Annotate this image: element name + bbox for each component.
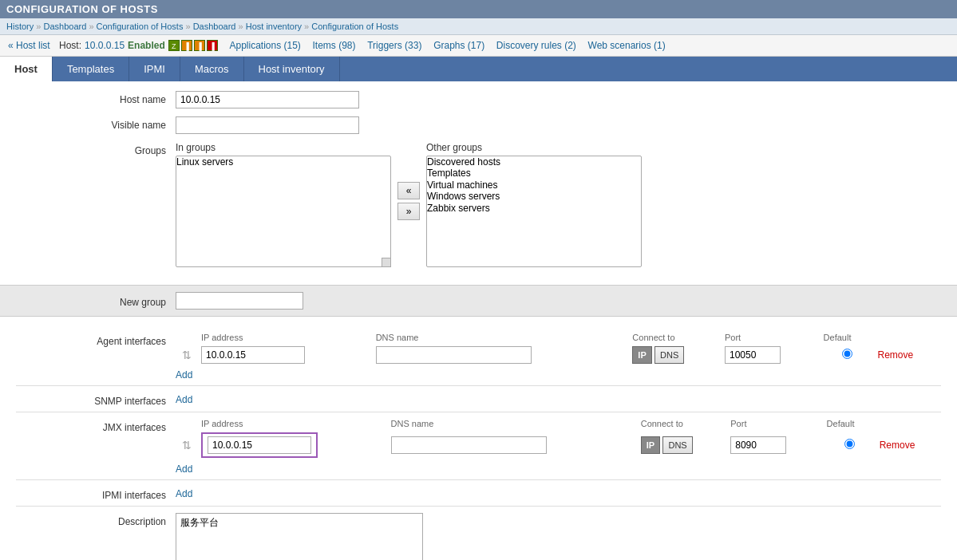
breadcrumb-dashboard2[interactable]: Dashboard: [193, 22, 236, 31]
jmx-port-input[interactable]: [730, 436, 786, 454]
host-name-input[interactable]: [176, 91, 359, 108]
host-name-row: Host name: [16, 91, 941, 108]
tabs-bar: Host Templates IPMI Macros Host inventor…: [0, 57, 957, 81]
zabbix-icon-bar3: ▐: [207, 40, 218, 51]
in-groups-select[interactable]: Linux servers: [176, 156, 391, 267]
jmx-highlight-box: [201, 432, 318, 458]
groups-container: In groups Linux servers « » Other groups: [176, 142, 642, 267]
agent-add-link[interactable]: Add: [176, 366, 192, 381]
web-scenarios-link[interactable]: Web scenarios (1): [588, 40, 666, 51]
host-name-label: Host name: [16, 91, 176, 105]
description-label: Description: [16, 513, 176, 527]
agent-ip-input[interactable]: [201, 346, 305, 364]
breadcrumb-history[interactable]: History: [6, 22, 34, 31]
zabbix-icon-z: Z: [168, 40, 180, 51]
jmx-dns-button[interactable]: DNS: [662, 436, 692, 454]
tab-macros[interactable]: Macros: [180, 57, 244, 81]
tab-host-inventory[interactable]: Host inventory: [244, 57, 340, 81]
agent-default-radio[interactable]: [842, 349, 852, 359]
col-default-header: Default: [821, 331, 875, 344]
triggers-link[interactable]: Triggers (33): [367, 40, 421, 51]
jmx-default-radio[interactable]: [844, 439, 855, 449]
jmx-col-dns: DNS name: [388, 417, 638, 430]
col-connect-header: Connect to: [629, 331, 722, 344]
other-groups-box: Other groups Discovered hosts Templates …: [426, 142, 642, 267]
tab-host[interactable]: Host: [0, 57, 53, 81]
snmp-interfaces-block: SNMP interfaces Add: [16, 386, 941, 412]
ipmi-add-link[interactable]: Add: [176, 485, 192, 499]
move-right-button[interactable]: »: [397, 203, 420, 220]
jmx-interfaces-table: IP address DNS name Connect to Port Defa…: [176, 417, 941, 460]
applications-link[interactable]: Applications (15): [229, 40, 300, 51]
host-list-link[interactable]: « Host list: [8, 40, 50, 51]
jmx-drag-handle[interactable]: ⇅: [179, 439, 195, 452]
ipmi-interfaces-label: IPMI interfaces: [16, 485, 176, 501]
jmx-col-ip: IP address: [198, 417, 388, 430]
in-group-option-linux: Linux servers: [176, 156, 390, 168]
col-drag: [176, 331, 198, 344]
breadcrumb-config-hosts[interactable]: Configuration of Hosts: [97, 22, 184, 31]
other-group-zabbix: Zabbix servers: [427, 203, 641, 214]
snmp-interfaces-label: SNMP interfaces: [16, 391, 176, 407]
col-ip-header: IP address: [198, 331, 373, 344]
in-groups-scrollbar[interactable]: [382, 258, 391, 267]
in-groups-box: In groups Linux servers: [176, 142, 391, 267]
items-link[interactable]: Items (98): [313, 40, 356, 51]
other-group-virtual: Virtual machines: [427, 179, 641, 191]
agent-remove-link[interactable]: Remove: [877, 349, 913, 361]
jmx-col-connect: Connect to: [638, 417, 728, 430]
in-groups-label: In groups: [176, 142, 391, 153]
jmx-add-link[interactable]: Add: [176, 460, 192, 475]
agent-dns-button[interactable]: DNS: [654, 346, 684, 364]
host-info-bar: « Host list Host: 10.0.0.15 Enabled Z ▐ …: [0, 35, 957, 57]
agent-interfaces-table: IP address DNS name Connect to Port Defa…: [176, 331, 941, 366]
agent-dns-input[interactable]: [376, 346, 532, 364]
jmx-ip-button[interactable]: IP: [641, 436, 660, 454]
breadcrumb-config-hosts2[interactable]: Configuration of Hosts: [311, 22, 398, 31]
main-content: Host name Visible name Groups In groups …: [0, 81, 957, 560]
agent-interfaces-label: Agent interfaces: [16, 331, 176, 347]
jmx-col-drag: [176, 417, 198, 430]
description-textarea[interactable]: 服务平台: [176, 513, 423, 560]
agent-interfaces-content: IP address DNS name Connect to Port Defa…: [176, 331, 941, 381]
jmx-interfaces-label: JMX interfaces: [16, 417, 176, 433]
jmx-col-default: Default: [824, 417, 876, 430]
new-group-row: New group: [0, 285, 957, 317]
agent-interface-row: ⇅ IP DNS Remove: [176, 344, 941, 366]
breadcrumb-host-inventory[interactable]: Host inventory: [246, 22, 302, 31]
other-group-templates: Templates: [427, 168, 641, 179]
col-dns-header: DNS name: [373, 331, 630, 344]
visible-name-label: Visible name: [16, 116, 176, 131]
tab-templates[interactable]: Templates: [53, 57, 129, 81]
snmp-interfaces-content: Add: [176, 391, 941, 405]
move-left-button[interactable]: «: [397, 182, 420, 199]
snmp-add-link[interactable]: Add: [176, 391, 192, 405]
col-action-header: [874, 331, 941, 344]
jmx-interface-row: ⇅ IP DNS: [176, 430, 941, 460]
jmx-dns-input[interactable]: [391, 436, 547, 454]
graphs-link[interactable]: Graphs (17): [433, 40, 484, 51]
host-ip-link[interactable]: 10.0.0.15: [85, 40, 125, 51]
agent-ip-button[interactable]: IP: [632, 346, 651, 364]
discovery-rules-link[interactable]: Discovery rules (2): [496, 40, 576, 51]
jmx-ip-input[interactable]: [208, 436, 311, 454]
other-group-discovered: Discovered hosts: [427, 156, 641, 168]
jmx-remove-link[interactable]: Remove: [880, 440, 915, 451]
other-groups-select[interactable]: Discovered hosts Templates Virtual machi…: [426, 156, 642, 267]
other-group-windows: Windows servers: [427, 191, 641, 202]
groups-row: Groups In groups Linux servers « »: [16, 142, 941, 267]
breadcrumb: History » Dashboard » Configuration of H…: [0, 18, 957, 35]
visible-name-input[interactable]: [176, 116, 359, 134]
new-group-input[interactable]: [176, 292, 303, 310]
agent-interfaces-block: Agent interfaces IP address DNS name Con…: [16, 326, 941, 385]
zabbix-icon-bar2: ▐: [194, 40, 205, 51]
tab-ipmi[interactable]: IPMI: [129, 57, 180, 81]
groups-arrows: « »: [397, 142, 420, 220]
zabbix-icon-bar1: ▐: [181, 40, 192, 51]
new-group-label: New group: [16, 294, 176, 308]
agent-drag-handle[interactable]: ⇅: [179, 349, 195, 361]
agent-port-input[interactable]: [725, 346, 781, 364]
breadcrumb-dashboard[interactable]: Dashboard: [43, 22, 86, 31]
visible-name-row: Visible name: [16, 116, 941, 134]
col-port-header: Port: [722, 331, 821, 344]
